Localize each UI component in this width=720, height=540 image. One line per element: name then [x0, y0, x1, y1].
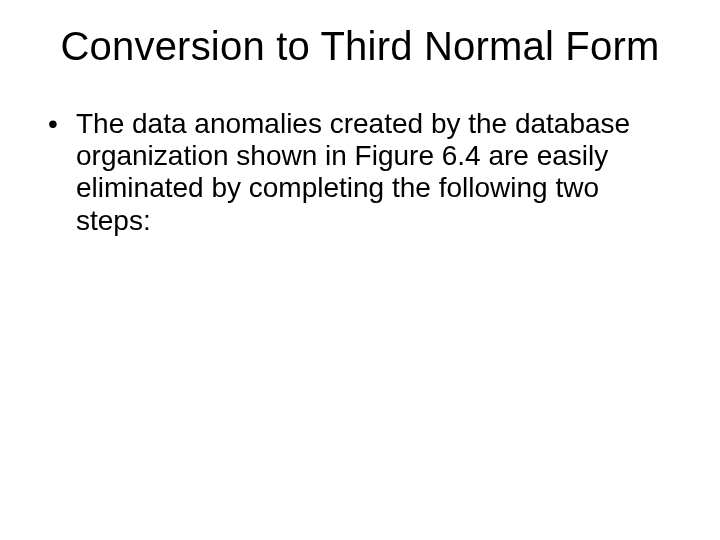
bullet-text: The data anomalies created by the databa…	[76, 108, 630, 236]
bullet-list: The data anomalies created by the databa…	[48, 108, 672, 237]
slide-title: Conversion to Third Normal Form	[48, 24, 672, 68]
slide: Conversion to Third Normal Form The data…	[0, 0, 720, 540]
bullet-item: The data anomalies created by the databa…	[48, 108, 672, 237]
slide-body: The data anomalies created by the databa…	[48, 108, 672, 237]
